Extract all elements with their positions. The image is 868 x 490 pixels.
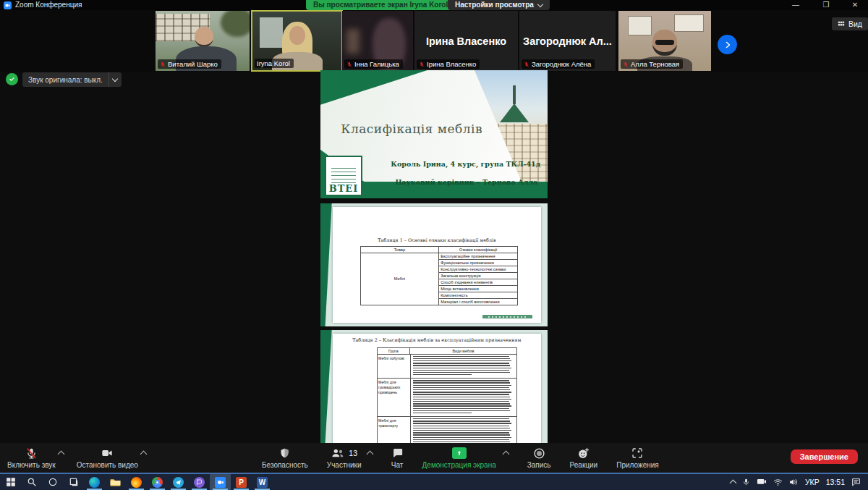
usage-classification-table: Група Види меблів Меблі побутовіМеблі дл… xyxy=(377,347,518,443)
zoom-app-icon xyxy=(4,1,12,9)
muted-mic-icon xyxy=(623,62,629,67)
zoom-taskbar-icon[interactable] xyxy=(210,474,231,490)
zoom-meeting-window: Zoom Конференция Вы просматриваете экран… xyxy=(0,0,868,490)
table1-criteria-cell: Загальна конструкція xyxy=(439,273,518,279)
reactions-button[interactable]: Реакции xyxy=(570,443,598,469)
slide-footer-badge xyxy=(482,315,532,319)
word-taskbar-icon[interactable]: W xyxy=(252,474,273,490)
action-center-icon[interactable] xyxy=(851,478,861,486)
minimize-button[interactable]: — xyxy=(786,0,806,9)
cortana-icon[interactable] xyxy=(42,474,63,490)
participant-name-label: Ірина Власенко xyxy=(417,59,480,69)
participant-name-label: Загороднюк Алёна xyxy=(522,59,595,69)
table2-header-row: Група Види меблів xyxy=(378,348,517,355)
share-options-chevron-icon[interactable] xyxy=(502,451,509,458)
stop-video-button[interactable]: Остановить видео xyxy=(77,443,138,469)
view-settings-button[interactable]: Настройки просмотра xyxy=(448,0,550,10)
video-thumbnail-halytska[interactable]: Інна Галицька xyxy=(342,11,413,71)
participant-name-label: Інна Галицька xyxy=(344,59,403,69)
next-participants-button[interactable] xyxy=(718,35,737,54)
chat-bubble-icon xyxy=(391,447,404,460)
close-button[interactable]: ✕ xyxy=(845,0,865,9)
apps-button[interactable]: Приложения xyxy=(616,443,659,469)
window-title: Zoom Конференция xyxy=(15,1,82,9)
table1-criteria-cell: Комплектність xyxy=(439,292,518,299)
video-camera-icon xyxy=(101,447,114,460)
video-options-chevron-icon[interactable] xyxy=(140,451,147,458)
table1-header-product: Товар xyxy=(360,247,439,253)
file-explorer-icon[interactable] xyxy=(105,474,126,490)
share-screen-icon xyxy=(452,447,467,459)
view-mode-button[interactable]: Вид xyxy=(832,17,868,30)
maximize-button[interactable]: ❐ xyxy=(816,0,836,9)
video-thumbnail-korol-active-speaker[interactable]: Iryna Korol xyxy=(251,10,343,72)
participants-button[interactable]: 13 Участники xyxy=(327,443,362,469)
chevron-down-icon xyxy=(537,1,543,7)
unmute-button[interactable]: Включить звук xyxy=(7,443,56,469)
firefox-taskbar-icon[interactable] xyxy=(126,474,147,490)
chevron-right-icon xyxy=(723,41,732,49)
table2-header-kinds: Види меблів xyxy=(410,348,516,354)
table2-description-cell xyxy=(411,379,516,416)
chrome-taskbar-icon[interactable] xyxy=(147,474,168,490)
window-titlebar: Zoom Конференция Вы просматриваете экран… xyxy=(0,0,868,10)
unmute-label: Включить звук xyxy=(7,461,56,469)
tray-wifi-icon[interactable] xyxy=(773,478,783,486)
slide-decoration xyxy=(320,330,332,443)
participant-name-label: Виталий Шарко xyxy=(158,59,221,69)
table1-criteria-cell: Матеріал і спосіб виготовлення xyxy=(439,299,518,305)
shared-slide-table2: Таблиця 2 – Класифікація меблів за експл… xyxy=(320,330,548,443)
tray-speaker-icon[interactable] xyxy=(789,478,799,486)
chevron-down-icon xyxy=(112,75,118,81)
participants-options-chevron-icon[interactable] xyxy=(366,451,373,458)
slide-page: Таблиця 1 – Основні ознаки класифікації … xyxy=(333,207,540,323)
task-view-icon[interactable] xyxy=(63,474,84,490)
table1-criteria-cell: Експлуатаційне призначення xyxy=(439,253,518,260)
tray-mic-icon[interactable] xyxy=(742,478,750,486)
shield-icon xyxy=(279,447,290,460)
apps-label: Приложения xyxy=(616,461,659,469)
slide-author: Король Ірина, 4 курс, група ТКЛ-41д xyxy=(391,160,540,168)
viber-taskbar-icon[interactable] xyxy=(189,474,210,490)
edge-taskbar-icon[interactable] xyxy=(84,474,105,490)
novideo-thumbnail-vlasenko[interactable]: Ірина Власенко Ірина Власенко xyxy=(414,11,518,71)
muted-mic-icon xyxy=(524,62,529,67)
table1-row: МебліЕксплуатаційне призначення xyxy=(360,253,517,260)
audio-options-chevron-icon[interactable] xyxy=(57,451,64,458)
logo-text: ВТЕІ xyxy=(329,184,359,193)
participants-count-badge: 13 xyxy=(349,449,357,457)
language-indicator[interactable]: УКР xyxy=(805,478,820,486)
participant-name-label: Iryna Korol xyxy=(255,59,294,68)
tray-display-icon[interactable] xyxy=(757,478,767,486)
search-icon[interactable] xyxy=(21,474,42,490)
table2-row: Меблі для громадських приміщень xyxy=(378,379,517,417)
share-screen-button[interactable]: Демонстрация экрана xyxy=(422,443,496,469)
security-button[interactable]: Безопасность xyxy=(262,443,308,469)
original-sound-toggle[interactable]: Звук оригинала: выкл. xyxy=(22,72,122,87)
classification-table: Товар Ознаки класифікації МебліЕксплуата… xyxy=(360,246,518,305)
meeting-toolbar: Включить звук Остановить видео Безопасно… xyxy=(0,443,868,473)
chat-button[interactable]: Чат xyxy=(391,443,404,469)
start-button[interactable] xyxy=(0,474,21,490)
original-sound-dropdown[interactable] xyxy=(109,72,122,87)
reactions-smiley-icon xyxy=(577,447,590,460)
windows-taskbar: P W УКР 13:51 xyxy=(0,474,868,490)
participants-strip: Виталий Шарко Iryna Korol Інна Галицька … xyxy=(0,10,868,72)
tray-overflow-chevron-icon[interactable] xyxy=(729,480,736,487)
video-thumbnail-ternova[interactable]: Алла Терновая xyxy=(618,11,711,71)
end-meeting-button[interactable]: Завершение xyxy=(791,449,858,464)
original-sound-label: Звук оригинала: выкл. xyxy=(22,76,109,84)
record-label: Запись xyxy=(527,461,551,469)
table2-row: Меблі для транспорту xyxy=(378,417,517,443)
record-button[interactable]: Запись xyxy=(527,443,551,469)
record-icon xyxy=(533,447,545,460)
video-thumbnail-sharko[interactable]: Виталий Шарко xyxy=(156,11,250,71)
powerpoint-taskbar-icon[interactable]: P xyxy=(231,474,252,490)
novideo-thumbnail-zagorodniuk[interactable]: Загороднюк Ал... Загороднюк Алёна xyxy=(519,11,616,71)
table1-caption: Таблиця 1 – Основні ознаки класифікації … xyxy=(333,237,540,243)
telegram-taskbar-icon[interactable] xyxy=(168,474,189,490)
clock[interactable]: 13:51 xyxy=(826,478,845,486)
security-label: Безопасность xyxy=(262,461,308,469)
slide-page: Таблиця 2 – Класифікація меблів за експл… xyxy=(333,334,540,443)
table2-row: Меблі побутові xyxy=(378,355,517,379)
